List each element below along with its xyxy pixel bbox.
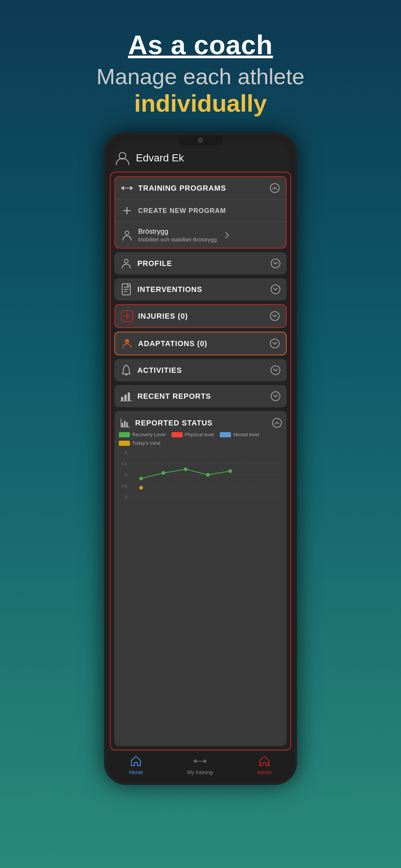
svg-point-40	[139, 486, 143, 490]
svg-rect-23	[126, 422, 128, 427]
nav-training-icon	[193, 754, 207, 768]
profile-label: PROFILE	[137, 259, 265, 268]
create-program-row[interactable]: Create new program	[115, 199, 286, 222]
header-subtitle: Manage each athlete	[97, 64, 304, 89]
legend-recovery-label: Recovery Level	[132, 432, 166, 437]
plus-icon	[121, 205, 133, 217]
interventions-card[interactable]: INTERVENTIONS	[114, 278, 287, 300]
adaptations-chevron-down	[270, 338, 280, 349]
profile-row[interactable]: PROFILE	[114, 252, 287, 274]
profile-card[interactable]: PROFILE	[114, 252, 287, 274]
nav-admin[interactable]: Admin	[257, 754, 272, 775]
phone-camera	[198, 138, 203, 143]
interventions-document-icon	[120, 283, 132, 295]
recent-reports-row[interactable]: RECENT REPORTS	[114, 385, 287, 407]
recent-reports-card[interactable]: RECENT REPORTS	[114, 385, 287, 407]
legend-physical-color	[172, 432, 183, 437]
recent-reports-chevron-down	[270, 391, 281, 401]
svg-rect-5	[124, 188, 130, 188]
svg-point-16	[271, 366, 280, 375]
program-desc: Mobilitet och stabilitet Bröstrygg	[138, 236, 217, 243]
reported-status-chart-icon	[119, 417, 131, 429]
adaptations-row[interactable]: ADAPTATIONS (0)	[115, 332, 286, 355]
activities-row[interactable]: ACTIVITIES	[114, 359, 287, 381]
program-name: Bröstrygg	[138, 227, 217, 236]
svg-text:4: 4	[125, 473, 127, 477]
reported-status-card[interactable]: REPORTED STATUS Recovery Level	[114, 411, 287, 746]
home-icon	[129, 754, 143, 768]
legend-mental: Mental level	[220, 432, 259, 437]
dumbbell-icon	[121, 182, 133, 194]
training-programs-card[interactable]: TRAINING PROGRAMS Crea	[114, 176, 287, 249]
legend-recovery: Recovery Level	[119, 432, 166, 437]
legend-mental-color	[220, 432, 231, 437]
injuries-card[interactable]: INJURIES (0)	[114, 304, 287, 328]
svg-rect-4	[130, 186, 131, 190]
recent-reports-chart-icon	[120, 390, 132, 402]
legend-todays-mind-color	[119, 441, 130, 446]
nav-admin-icon	[258, 754, 271, 768]
chart-header: REPORTED STATUS	[119, 415, 282, 432]
svg-rect-17	[121, 397, 123, 401]
profile-chevron-down	[270, 258, 281, 269]
injuries-plus-icon	[121, 310, 133, 322]
legend-physical-label: Physical level	[185, 432, 214, 437]
recent-reports-label: RECENT REPORTS	[137, 392, 265, 401]
adaptations-label: ADAPTATIONS (0)	[138, 339, 264, 348]
chart-title: REPORTED STATUS	[135, 419, 267, 427]
svg-point-37	[184, 467, 188, 471]
chart-area: 5 4.5 4 3.5 3	[119, 449, 282, 508]
header-title: As a coach	[97, 30, 304, 60]
athlete-name: Edvard Ek	[136, 152, 184, 164]
brostrygg-arrow-icon	[222, 230, 232, 240]
svg-rect-19	[128, 392, 130, 401]
activities-bell-icon	[120, 364, 132, 376]
bottom-nav: Home My training	[107, 750, 294, 782]
svg-rect-3	[123, 186, 124, 190]
chart-legend: Recovery Level Physical level Mental lev…	[119, 432, 282, 446]
svg-point-24	[273, 418, 281, 427]
svg-text:4.5: 4.5	[121, 461, 127, 466]
adaptations-card[interactable]: ADAPTATIONS (0)	[114, 332, 287, 355]
phone-content: Edvard Ek TRAINING PROGRAMS	[107, 135, 294, 782]
injuries-row[interactable]: INJURIES (0)	[115, 305, 286, 327]
phone-notch	[178, 135, 223, 145]
svg-point-36	[162, 471, 165, 475]
legend-recovery-color	[119, 432, 130, 437]
svg-point-39	[228, 469, 232, 473]
interventions-label: INTERVENTIONS	[137, 285, 265, 294]
svg-point-11	[271, 285, 280, 294]
phone-device: Edvard Ek TRAINING PROGRAMS	[104, 132, 297, 785]
create-program-label: Create new program	[138, 207, 280, 215]
injuries-chevron-down	[270, 311, 280, 321]
svg-text:3: 3	[125, 495, 127, 499]
training-programs-row[interactable]: TRAINING PROGRAMS	[115, 177, 286, 199]
interventions-chevron-down	[270, 284, 281, 295]
svg-point-6	[270, 184, 279, 193]
svg-point-13	[270, 312, 279, 320]
chart-chevron-up	[272, 418, 282, 428]
legend-physical: Physical level	[172, 432, 214, 437]
legend-mental-label: Mental level	[233, 432, 259, 437]
svg-rect-21	[122, 423, 123, 427]
cards-area: TRAINING PROGRAMS Crea	[110, 172, 291, 750]
svg-rect-43	[195, 759, 196, 763]
svg-point-8	[124, 259, 128, 263]
brostrygg-row[interactable]: Bröstrygg Mobilitet och stabilitet Bröst…	[115, 222, 286, 248]
svg-point-38	[206, 473, 210, 477]
chart-svg: 5 4.5 4 3.5 3	[119, 449, 282, 508]
nav-my-training[interactable]: My training	[188, 754, 213, 775]
nav-home[interactable]: Home	[129, 754, 143, 775]
svg-rect-18	[124, 395, 127, 401]
activities-label: ACTIVITIES	[137, 366, 265, 375]
legend-todays-mind: Today's mind	[119, 440, 160, 446]
svg-point-35	[139, 477, 143, 480]
injuries-label: INJURIES (0)	[138, 312, 264, 320]
activities-card[interactable]: ACTIVITIES	[114, 359, 287, 381]
svg-rect-45	[196, 761, 204, 762]
interventions-row[interactable]: INTERVENTIONS	[114, 278, 287, 300]
nav-admin-label: Admin	[257, 769, 272, 775]
svg-rect-44	[204, 759, 205, 763]
training-programs-label: TRAINING PROGRAMS	[138, 184, 264, 193]
header-highlight: individually	[97, 89, 304, 117]
